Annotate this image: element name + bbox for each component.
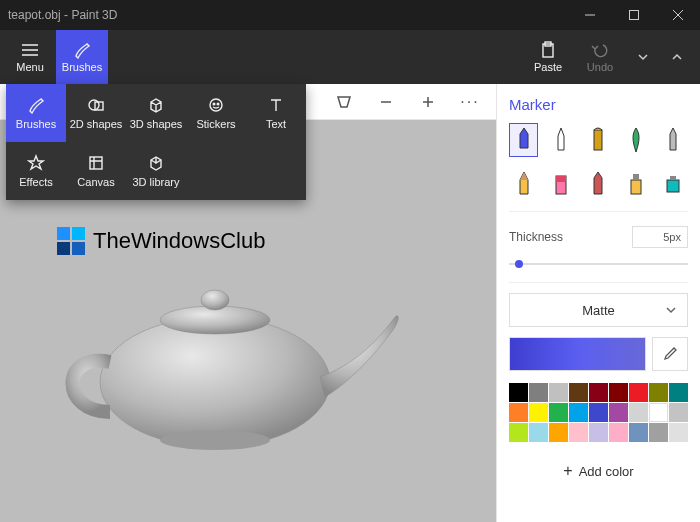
svg-point-5 bbox=[160, 430, 270, 450]
window-title: teapot.obj - Paint 3D bbox=[8, 8, 117, 22]
eyedropper-button[interactable] bbox=[652, 337, 688, 371]
dropdown-3d-shapes[interactable]: 3D shapes bbox=[126, 84, 186, 142]
svg-rect-14 bbox=[556, 176, 566, 182]
brush-icon bbox=[27, 96, 45, 114]
watermark: TheWindowsClub bbox=[55, 225, 265, 257]
brush-crayon[interactable] bbox=[584, 167, 613, 201]
menu-label: Menu bbox=[16, 61, 44, 73]
thickness-input[interactable]: 5px bbox=[632, 226, 688, 248]
dropdown-effects[interactable]: Effects bbox=[6, 142, 66, 200]
undo-icon bbox=[591, 41, 609, 59]
title-bar: teapot.obj - Paint 3D bbox=[0, 0, 700, 30]
palette-swatch[interactable] bbox=[669, 383, 688, 402]
plus-icon: + bbox=[563, 462, 572, 480]
palette-swatch[interactable] bbox=[529, 423, 548, 442]
palette-swatch[interactable] bbox=[569, 403, 588, 422]
dots-icon: ··· bbox=[460, 93, 479, 111]
text-icon bbox=[267, 96, 285, 114]
hamburger-icon bbox=[21, 41, 39, 59]
dropdown-2d-shapes[interactable]: 2D shapes bbox=[66, 84, 126, 142]
brush-marker[interactable] bbox=[509, 123, 538, 157]
palette-swatch[interactable] bbox=[509, 403, 528, 422]
canvas-icon bbox=[87, 154, 105, 172]
thickness-value: 5px bbox=[663, 231, 681, 243]
palette-swatch[interactable] bbox=[669, 403, 688, 422]
dropdown-stickers[interactable]: Stickers bbox=[186, 84, 246, 142]
palette-swatch[interactable] bbox=[549, 383, 568, 402]
palette-swatch[interactable] bbox=[649, 383, 668, 402]
effects-icon bbox=[27, 154, 45, 172]
eyedropper-icon bbox=[662, 346, 678, 362]
brush-fill[interactable] bbox=[659, 167, 688, 201]
brush-oil[interactable] bbox=[584, 123, 613, 157]
chevron-up-button[interactable] bbox=[660, 30, 694, 84]
svg-point-4 bbox=[100, 317, 330, 447]
close-button[interactable] bbox=[656, 0, 700, 30]
chevron-up-icon bbox=[671, 51, 683, 63]
finish-select[interactable]: Matte bbox=[509, 293, 688, 327]
brush-pencil[interactable] bbox=[509, 167, 538, 201]
thickness-slider[interactable] bbox=[509, 260, 688, 268]
palette-swatch[interactable] bbox=[589, 403, 608, 422]
undo-label: Undo bbox=[587, 61, 613, 73]
minimize-button[interactable] bbox=[568, 0, 612, 30]
palette-swatch[interactable] bbox=[549, 403, 568, 422]
view-3d-button[interactable] bbox=[326, 88, 362, 116]
dropdown-canvas[interactable]: Canvas bbox=[66, 142, 126, 200]
perspective-icon bbox=[336, 94, 352, 110]
palette-swatch[interactable] bbox=[609, 403, 628, 422]
brush-pixel-pen[interactable] bbox=[659, 123, 688, 157]
svg-rect-17 bbox=[667, 180, 679, 192]
brush-icon bbox=[73, 41, 91, 59]
svg-rect-11 bbox=[72, 242, 85, 255]
palette-swatch[interactable] bbox=[629, 423, 648, 442]
svg-rect-10 bbox=[57, 242, 70, 255]
palette-swatch[interactable] bbox=[609, 423, 628, 442]
dropdown-brushes[interactable]: Brushes bbox=[6, 84, 66, 142]
palette-swatch[interactable] bbox=[529, 383, 548, 402]
palette-swatch[interactable] bbox=[569, 383, 588, 402]
palette-swatch[interactable] bbox=[589, 383, 608, 402]
palette-swatch[interactable] bbox=[509, 423, 528, 442]
palette-swatch[interactable] bbox=[629, 383, 648, 402]
paste-label: Paste bbox=[534, 61, 562, 73]
undo-button[interactable]: Undo bbox=[574, 30, 626, 84]
palette-swatch[interactable] bbox=[609, 383, 628, 402]
dropdown-text[interactable]: Text bbox=[246, 84, 306, 142]
palette-swatch[interactable] bbox=[509, 383, 528, 402]
palette-swatch[interactable] bbox=[569, 423, 588, 442]
palette-swatch[interactable] bbox=[629, 403, 648, 422]
palette-swatch[interactable] bbox=[649, 403, 668, 422]
thickness-label: Thickness bbox=[509, 230, 563, 244]
brush-spray[interactable] bbox=[621, 167, 650, 201]
zoom-in-button[interactable] bbox=[410, 88, 446, 116]
brush-watercolor[interactable] bbox=[621, 123, 650, 157]
maximize-button[interactable] bbox=[612, 0, 656, 30]
palette-swatch[interactable] bbox=[529, 403, 548, 422]
brushes-ribbon-button[interactable]: Brushes bbox=[56, 30, 108, 84]
more-button[interactable]: ··· bbox=[452, 88, 488, 116]
add-color-button[interactable]: + Add color bbox=[509, 456, 688, 486]
clipboard-icon bbox=[539, 41, 557, 59]
ribbon: Menu Brushes Paste Undo bbox=[0, 30, 700, 84]
teapot-model[interactable] bbox=[40, 242, 410, 462]
brush-eraser[interactable] bbox=[546, 167, 575, 201]
svg-point-7 bbox=[201, 290, 229, 310]
palette-swatch[interactable] bbox=[589, 423, 608, 442]
svg-rect-18 bbox=[670, 176, 676, 180]
menu-button[interactable]: Menu bbox=[4, 30, 56, 84]
palette-swatch[interactable] bbox=[549, 423, 568, 442]
chevron-down-button[interactable] bbox=[626, 30, 660, 84]
palette-swatch[interactable] bbox=[669, 423, 688, 442]
svg-rect-16 bbox=[633, 174, 639, 180]
current-color-swatch[interactable] bbox=[509, 337, 646, 371]
panel-heading: Marker bbox=[509, 96, 688, 113]
properties-panel: Marker Thickness 5px Matte bbox=[496, 84, 700, 522]
dropdown-3d-library[interactable]: 3D library bbox=[126, 142, 186, 200]
brushes-label: Brushes bbox=[62, 61, 102, 73]
paste-button[interactable]: Paste bbox=[522, 30, 574, 84]
palette-swatch[interactable] bbox=[649, 423, 668, 442]
brush-calligraphy[interactable] bbox=[546, 123, 575, 157]
zoom-out-button[interactable] bbox=[368, 88, 404, 116]
svg-rect-15 bbox=[631, 180, 641, 194]
